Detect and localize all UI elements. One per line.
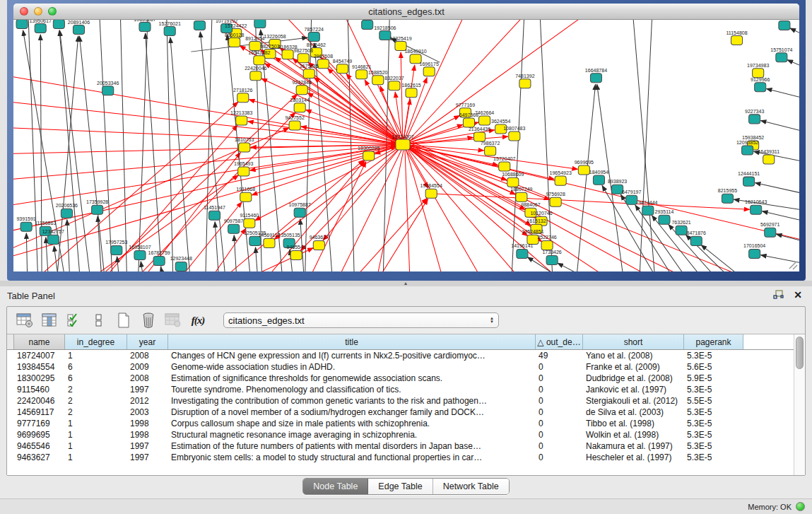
cell-short[interactable]: Nakamura et al. (1997) bbox=[583, 440, 684, 452]
table-row[interactable]: 2242004622012Investigating the contribut… bbox=[7, 395, 794, 407]
window-titlebar[interactable]: citations_edges.txt bbox=[13, 4, 799, 20]
table-mode-button[interactable] bbox=[16, 311, 34, 329]
graph-node[interactable] bbox=[303, 69, 314, 78]
citation-edge[interactable] bbox=[261, 78, 403, 144]
graph-node[interactable] bbox=[236, 116, 247, 125]
column-header-year[interactable]: year bbox=[127, 334, 168, 349]
row-height-button[interactable] bbox=[90, 311, 108, 329]
cell-in_degree[interactable]: 1 bbox=[65, 418, 127, 429]
delete-table-button[interactable] bbox=[164, 311, 182, 329]
cell-title[interactable]: Embryonic stem cells: a model to study s… bbox=[168, 452, 536, 463]
cell-in_degree[interactable]: 1 bbox=[65, 429, 127, 440]
cell-year[interactable]: 2003 bbox=[127, 407, 168, 418]
graph-node[interactable] bbox=[779, 21, 790, 30]
citation-edge[interactable] bbox=[575, 84, 595, 271]
cell-title[interactable]: Estimation of significance thresholds fo… bbox=[168, 373, 536, 384]
citation-edge[interactable] bbox=[406, 151, 454, 271]
cell-pagerank[interactable]: 5.3E-5 bbox=[684, 429, 743, 440]
citation-edge[interactable] bbox=[146, 33, 163, 271]
cell-year[interactable]: 1998 bbox=[127, 429, 168, 440]
graph-node[interactable] bbox=[642, 206, 654, 215]
citation-edge[interactable] bbox=[762, 211, 799, 222]
tab-node-table[interactable]: Node Table bbox=[303, 479, 368, 494]
citation-edge[interactable] bbox=[632, 20, 657, 271]
graph-node[interactable] bbox=[237, 93, 249, 103]
cell-year[interactable]: 2009 bbox=[127, 361, 168, 373]
cell-name[interactable]: 9699695 bbox=[14, 429, 65, 440]
column-header-short[interactable]: short bbox=[583, 334, 684, 349]
cell-in_degree[interactable]: 1 bbox=[65, 452, 127, 463]
cell-name[interactable]: 9777169 bbox=[14, 418, 65, 429]
graph-node[interactable] bbox=[676, 226, 687, 235]
cell-in_degree[interactable]: 2 bbox=[65, 384, 127, 395]
column-header-title[interactable]: title bbox=[168, 334, 536, 349]
citation-edge[interactable] bbox=[760, 121, 799, 132]
cell-year[interactable]: 2008 bbox=[127, 350, 168, 361]
graph-node[interactable] bbox=[743, 177, 755, 186]
graph-node[interactable] bbox=[164, 27, 175, 36]
graph-node[interactable] bbox=[776, 53, 787, 62]
citation-edge[interactable] bbox=[170, 37, 191, 271]
citation-edge[interactable] bbox=[98, 216, 102, 271]
citation-edge[interactable] bbox=[215, 222, 219, 271]
show-columns-button[interactable] bbox=[40, 311, 59, 329]
graph-node[interactable] bbox=[254, 56, 265, 65]
graph-node[interactable] bbox=[313, 240, 324, 250]
graph-node[interactable] bbox=[239, 143, 250, 152]
table-row[interactable]: 969969511998Structural magnetic resonanc… bbox=[7, 429, 794, 440]
tab-network-table[interactable]: Network Table bbox=[433, 479, 509, 494]
zoom-window-button[interactable] bbox=[48, 7, 57, 16]
panel-divider[interactable]: ▴ bbox=[0, 281, 812, 286]
cell-name[interactable]: 9115460 bbox=[14, 384, 65, 395]
cell-out_de[interactable]: 0 bbox=[536, 373, 583, 384]
citation-edge[interactable] bbox=[558, 263, 621, 271]
citation-edge[interactable] bbox=[79, 36, 105, 271]
column-header-pagerank[interactable]: pagerank bbox=[684, 334, 743, 349]
citation-edge[interactable] bbox=[177, 160, 364, 271]
graph-node[interactable] bbox=[690, 236, 702, 245]
cell-year[interactable]: 2008 bbox=[127, 373, 168, 384]
graph-node[interactable] bbox=[590, 74, 601, 83]
cell-title[interactable]: Genome-wide association studies in ADHD. bbox=[168, 361, 536, 373]
graph-node[interactable] bbox=[61, 209, 72, 218]
table-scrollbar-thumb[interactable] bbox=[796, 337, 804, 369]
cell-title[interactable]: Structural magnetic resonance image aver… bbox=[168, 429, 536, 440]
cell-in_degree[interactable]: 6 bbox=[65, 373, 127, 384]
graph-node[interactable] bbox=[765, 228, 776, 237]
memory-status-icon[interactable] bbox=[796, 502, 805, 511]
table-scrollbar[interactable] bbox=[794, 334, 805, 475]
table-row[interactable]: 1872400712008Changes of HCN gene express… bbox=[7, 350, 794, 361]
graph-node[interactable] bbox=[550, 197, 561, 206]
cell-out_de[interactable]: 0 bbox=[536, 384, 583, 395]
graph-node[interactable] bbox=[749, 249, 760, 258]
citation-edge[interactable] bbox=[408, 20, 618, 141]
citation-edge[interactable] bbox=[405, 151, 411, 271]
graph-node[interactable] bbox=[92, 205, 103, 214]
citation-edge[interactable] bbox=[787, 60, 799, 69]
graph-node[interactable] bbox=[139, 23, 151, 32]
graph-node[interactable] bbox=[296, 86, 307, 95]
graph-node[interactable] bbox=[356, 70, 367, 79]
table-row[interactable]: 1830029562008Estimation of significance … bbox=[7, 373, 794, 384]
function-builder-button[interactable]: f(x) bbox=[189, 311, 207, 329]
create-column-button[interactable] bbox=[114, 311, 133, 329]
table-row[interactable]: 946554611997Estimation of the future num… bbox=[7, 440, 794, 452]
graph-node[interactable] bbox=[47, 235, 59, 244]
graph-node[interactable] bbox=[751, 205, 762, 214]
cell-short[interactable]: Tibbo et al. (1998) bbox=[583, 418, 684, 429]
select-rows-button[interactable] bbox=[65, 311, 83, 329]
cell-title[interactable]: Disruption of a novel member of a sodium… bbox=[168, 407, 536, 418]
graph-node[interactable] bbox=[16, 20, 28, 29]
cell-name[interactable]: 9463627 bbox=[14, 452, 65, 463]
graph-node[interactable] bbox=[308, 33, 319, 42]
close-panel-icon[interactable]: ✕ bbox=[792, 289, 804, 300]
graph-node[interactable] bbox=[102, 86, 114, 95]
cell-in_degree[interactable]: 1 bbox=[65, 440, 127, 452]
graph-node[interactable] bbox=[396, 139, 410, 150]
citation-edge[interactable] bbox=[755, 183, 799, 194]
resize-grip[interactable] bbox=[789, 262, 797, 269]
graph-node[interactable] bbox=[254, 20, 266, 28]
cell-year[interactable]: 1997 bbox=[127, 452, 168, 463]
graph-node[interactable] bbox=[578, 165, 589, 175]
citation-edge[interactable] bbox=[403, 65, 415, 144]
